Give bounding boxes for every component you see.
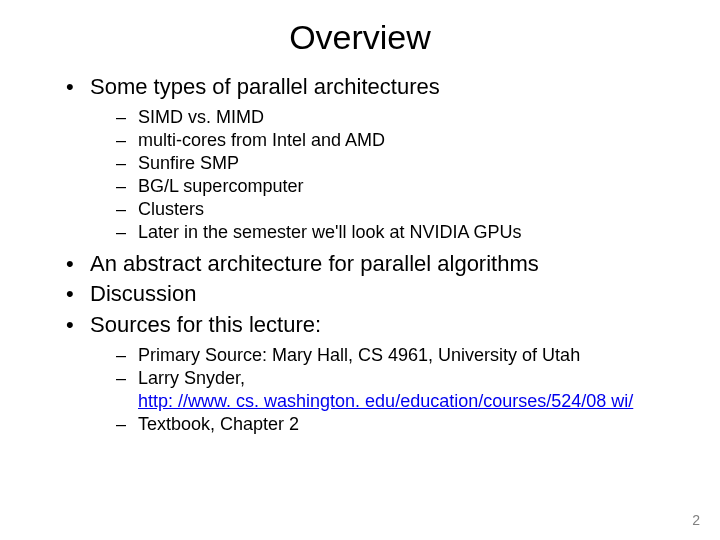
sub-bullet-item: Primary Source: Mary Hall, CS 4961, Univ… — [116, 344, 672, 367]
sub-bullet-item: BG/L supercomputer — [116, 175, 672, 198]
bullet-item: Discussion — [66, 280, 672, 309]
bullet-item: Sources for this lecture: Primary Source… — [66, 311, 672, 436]
source-link[interactable]: http: //www. cs. washington. edu/educati… — [138, 391, 633, 411]
sub-bullet-prefix: Larry Snyder, — [138, 368, 245, 388]
bullet-list: Some types of parallel architectures SIM… — [48, 73, 672, 436]
slide-body: Overview Some types of parallel architec… — [0, 0, 720, 436]
sub-bullet-item: Textbook, Chapter 2 — [116, 413, 672, 436]
bullet-text: Some types of parallel architectures — [90, 74, 440, 99]
sub-bullet-list: SIMD vs. MIMD multi-cores from Intel and… — [90, 106, 672, 244]
bullet-item: An abstract architecture for parallel al… — [66, 250, 672, 279]
sub-bullet-item: Larry Snyder, http: //www. cs. washingto… — [116, 367, 672, 413]
sub-bullet-item: SIMD vs. MIMD — [116, 106, 672, 129]
bullet-item: Some types of parallel architectures SIM… — [66, 73, 672, 244]
sub-bullet-list: Primary Source: Mary Hall, CS 4961, Univ… — [90, 344, 672, 436]
sub-bullet-item: multi-cores from Intel and AMD — [116, 129, 672, 152]
sub-bullet-item: Clusters — [116, 198, 672, 221]
page-number: 2 — [692, 512, 700, 528]
sub-bullet-item: Later in the semester we'll look at NVID… — [116, 221, 672, 244]
slide-title: Overview — [48, 18, 672, 57]
sub-bullet-item: Sunfire SMP — [116, 152, 672, 175]
bullet-text: Sources for this lecture: — [90, 312, 321, 337]
